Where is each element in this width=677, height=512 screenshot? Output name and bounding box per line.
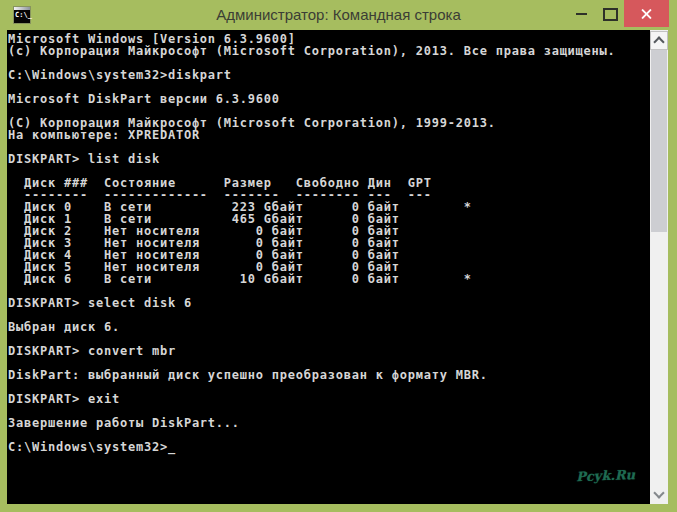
maximize-icon [603, 8, 618, 21]
chevron-down-icon [653, 487, 664, 498]
console-output[interactable]: Microsoft Windows [Version 6.3.9600] (c)… [7, 30, 650, 504]
scroll-down-button[interactable] [651, 486, 667, 502]
minimize-icon [576, 13, 587, 15]
title-bar[interactable]: C:\_ Администратор: Командная строка [0, 0, 677, 30]
scrollbar-track[interactable] [650, 30, 668, 504]
scroll-up-button[interactable] [650, 31, 668, 50]
close-x-icon [640, 7, 653, 20]
maximize-button[interactable] [596, 0, 624, 27]
minimize-button[interactable] [566, 0, 596, 27]
close-button[interactable] [624, 0, 669, 27]
scrollbar-thumb[interactable] [651, 50, 667, 232]
watermark: Pcyk.Ru [576, 467, 646, 484]
window: C:\_ Администратор: Командная строка Mic… [0, 0, 677, 512]
chevron-up-icon [653, 36, 664, 47]
